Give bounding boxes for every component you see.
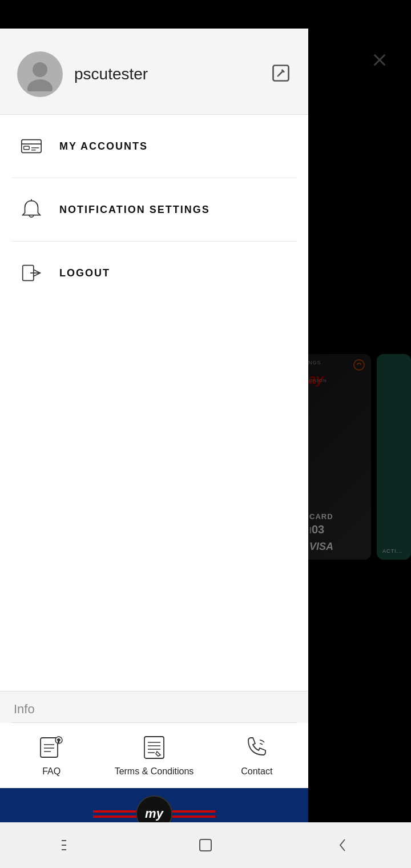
terms-label: Terms & Conditions	[115, 766, 194, 777]
notification-icon	[17, 195, 46, 224]
faq-link[interactable]: ? FAQ	[23, 734, 80, 777]
user-header: pscutester	[0, 29, 308, 115]
drawer-panel: pscutester MY ACCOUNT	[0, 29, 308, 839]
menu-item-my-accounts[interactable]: MY ACCOUNTS	[11, 115, 297, 178]
terms-link[interactable]: Terms & Conditions	[115, 734, 194, 777]
nav-bar	[0, 822, 411, 868]
menu-item-notification-settings[interactable]: NOTIFICATION SETTINGS	[11, 178, 297, 242]
status-bar	[0, 0, 411, 29]
logout-icon	[17, 259, 46, 287]
nav-menu-button[interactable]	[46, 831, 91, 859]
svg-point-4	[27, 79, 53, 91]
svg-point-3	[33, 62, 47, 77]
brand-my-text: my	[145, 806, 163, 821]
nav-back-button[interactable]	[320, 831, 365, 859]
user-info: pscutester	[17, 51, 148, 97]
svg-rect-28	[200, 839, 211, 851]
info-section: Info ? FAQ	[0, 691, 308, 788]
info-links: ? FAQ Terms & Conditions	[0, 723, 308, 788]
brand-line	[93, 815, 139, 818]
accounts-icon	[17, 132, 46, 160]
nav-home-button[interactable]	[183, 831, 228, 859]
background-overlay	[308, 29, 411, 868]
menu-item-logout[interactable]: LOGOUT	[11, 242, 297, 304]
svg-rect-8	[24, 146, 30, 150]
info-label: Info	[0, 692, 308, 722]
brand-line	[170, 810, 215, 813]
logout-label: LOGOUT	[59, 267, 110, 279]
notification-settings-label: NOTIFICATION SETTINGS	[59, 204, 210, 216]
brand-lines-left	[93, 810, 139, 818]
svg-text:?: ?	[57, 738, 61, 744]
brand-lines-right	[170, 810, 215, 818]
brand-line	[93, 810, 139, 813]
username: pscutester	[74, 65, 148, 83]
faq-label: FAQ	[42, 766, 61, 777]
my-accounts-label: MY ACCOUNTS	[59, 140, 148, 152]
menu-list: MY ACCOUNTS NOTIFICATION SETTINGS	[0, 115, 308, 691]
contact-label: Contact	[241, 766, 272, 777]
edit-button[interactable]	[271, 63, 291, 86]
brand-line	[170, 815, 215, 818]
contact-link[interactable]: Contact	[228, 734, 285, 777]
avatar	[17, 51, 63, 97]
